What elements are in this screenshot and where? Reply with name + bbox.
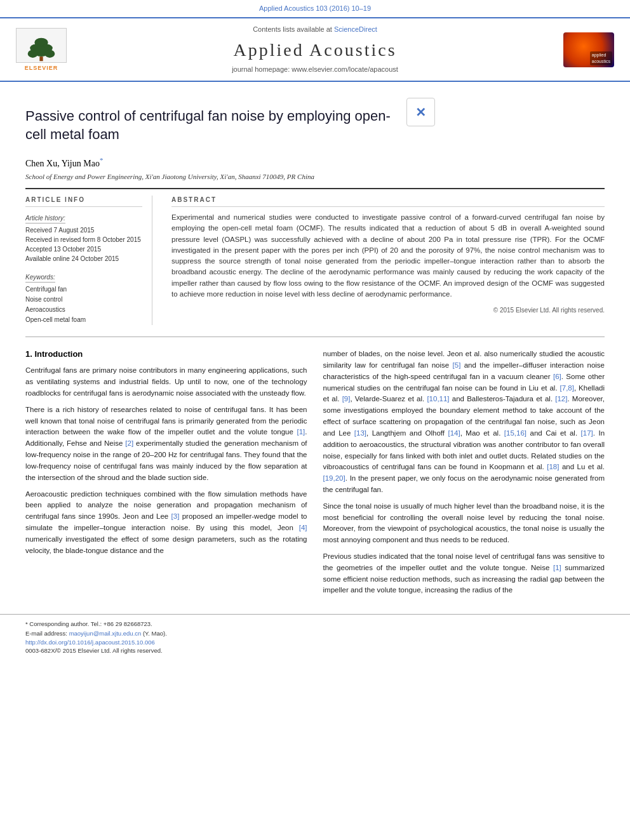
- email-suffix: (Y. Mao).: [143, 630, 167, 637]
- issn-line: 0003-682X/© 2015 Elsevier Ltd. All right…: [25, 646, 167, 655]
- abstract-col: ABSTRACT Experimental and numerical stud…: [171, 196, 605, 325]
- journal-title: Applied Acoustics: [76, 37, 554, 62]
- article-info-abstract-section: ARTICLE INFO Article history: Received 7…: [25, 188, 605, 325]
- body-para-1: Centrifugal fans are primary noise contr…: [25, 365, 307, 399]
- corresponding-author-note: * Corresponding author. Tel.: +86 29 826…: [25, 620, 167, 629]
- ref-14[interactable]: [14]: [448, 429, 460, 437]
- keyword-3: Aeroacoustics: [25, 305, 142, 315]
- body-para-2: There is a rich history of researches re…: [25, 404, 307, 484]
- ref-15-16[interactable]: [15,16]: [504, 429, 526, 437]
- body-col-right: number of blades, on the noise level. Je…: [323, 349, 605, 601]
- keyword-2: Noise control: [25, 295, 142, 305]
- journal-bar: Applied Acoustics 103 (2016) 10–19: [0, 0, 630, 17]
- section1-title: 1. Introduction: [25, 349, 307, 360]
- ref-13[interactable]: [13]: [354, 429, 366, 437]
- abstract-heading: ABSTRACT: [171, 196, 605, 207]
- body-para-right-2: Since the tonal noise is usually of much…: [323, 501, 605, 546]
- available-date: Available online 24 October 2015: [25, 254, 142, 263]
- ref-5[interactable]: [5]: [453, 361, 461, 369]
- body-content: 1. Introduction Centrifugal fans are pri…: [25, 349, 605, 601]
- copyright-line: © 2015 Elsevier Ltd. All rights reserved…: [171, 306, 605, 315]
- doi-link[interactable]: http://dx.doi.org/10.1016/j.apacoust.201…: [25, 638, 167, 646]
- contents-text: Contents lists available at: [253, 25, 332, 33]
- svg-point-4: [28, 50, 38, 57]
- crossmark-icon: ✕: [415, 103, 426, 121]
- journal-citation: Applied Acoustics 103 (2016) 10–19: [259, 4, 371, 12]
- elsevier-logo-area: ELSEVIER: [13, 28, 70, 72]
- author-sup: *: [100, 156, 104, 164]
- received-revised-date: Received in revised form 8 October 2015: [25, 235, 142, 244]
- article-history-block: Article history: Received 7 August 2015 …: [25, 212, 142, 263]
- ref-6[interactable]: [6]: [553, 373, 561, 380]
- elsevier-tree-icon: [22, 37, 60, 62]
- ref-3[interactable]: [3]: [171, 512, 180, 520]
- keywords-label: Keywords:: [25, 273, 55, 283]
- contents-line: Contents lists available at ScienceDirec…: [76, 25, 554, 34]
- body-para-right-1: number of blades, on the noise level. Je…: [323, 349, 605, 496]
- ref-1-2[interactable]: [1]: [553, 564, 561, 571]
- ref-18[interactable]: [18]: [547, 463, 559, 470]
- article-title: Passive control of centrifugal fan noise…: [25, 95, 394, 151]
- section-divider: [25, 337, 605, 337]
- journal-header-center: Contents lists available at ScienceDirec…: [76, 25, 554, 74]
- body-para-right-3: Previous studies indicated that the tona…: [323, 551, 605, 596]
- keywords-block: Keywords: Centrifugal fan Noise control …: [25, 271, 142, 325]
- accepted-date: Accepted 13 October 2015: [25, 244, 142, 254]
- body-para-3: Aeroacoustic prediction techniques combi…: [25, 489, 307, 557]
- abstract-text: Experimental and numerical studies were …: [171, 212, 605, 300]
- svg-point-5: [44, 50, 55, 57]
- received-date: Received 7 August 2015: [25, 225, 142, 235]
- email-label: E-mail address:: [25, 630, 67, 637]
- ref-12[interactable]: [12]: [555, 395, 567, 403]
- keyword-1: Centrifugal fan: [25, 284, 142, 295]
- ref-4[interactable]: [4]: [299, 524, 307, 531]
- corresponding-note: * Corresponding author. Tel.: +86 29 826…: [25, 620, 152, 627]
- ref-17[interactable]: [17]: [581, 429, 593, 437]
- svg-rect-6: [39, 57, 43, 61]
- email-line: E-mail address: maoyijun@mail.xjtu.edu.c…: [25, 629, 167, 638]
- journal-logo-right: appliedacoustics: [563, 32, 614, 67]
- ref-10-11[interactable]: [10,11]: [427, 395, 449, 403]
- journal-homepage: journal homepage: www.elsevier.com/locat…: [76, 65, 554, 74]
- elsevier-logo: [16, 28, 67, 63]
- science-direct-link[interactable]: ScienceDirect: [334, 25, 377, 33]
- footer: * Corresponding author. Tel.: +86 29 826…: [0, 614, 630, 662]
- article-history-label: Article history:: [25, 214, 65, 223]
- elsevier-label: ELSEVIER: [25, 64, 58, 72]
- email-address[interactable]: maoyijun@mail.xjtu.edu.cn: [69, 630, 142, 637]
- ref-1[interactable]: [1]: [297, 428, 305, 436]
- crossmark-badge[interactable]: ✕: [406, 98, 435, 126]
- article-info-heading: ARTICLE INFO: [25, 196, 142, 207]
- authors-line: Chen Xu, Yijun Mao*: [25, 156, 605, 170]
- authors-names: Chen Xu, Yijun Mao: [25, 158, 100, 168]
- body-col-left: 1. Introduction Centrifugal fans are pri…: [25, 349, 307, 601]
- affiliation: School of Energy and Power Engineering, …: [25, 172, 605, 182]
- ref-7-8[interactable]: [7,8]: [560, 384, 574, 392]
- ref-9[interactable]: [9]: [342, 395, 351, 403]
- journal-logo-right-area: appliedacoustics: [560, 32, 617, 67]
- title-row: Passive control of centrifugal fan noise…: [25, 95, 605, 151]
- ref-19-20[interactable]: [19,20]: [323, 474, 345, 482]
- footer-left: * Corresponding author. Tel.: +86 29 826…: [25, 620, 167, 655]
- journal-header: ELSEVIER Contents lists available at Sci…: [0, 17, 630, 82]
- article-info-col: ARTICLE INFO Article history: Received 7…: [25, 196, 152, 325]
- keyword-4: Open-cell metal foam: [25, 315, 142, 325]
- ref-2[interactable]: [2]: [125, 439, 133, 447]
- journal-logo-label: appliedacoustics: [590, 51, 612, 65]
- main-content: Passive control of centrifugal fan noise…: [0, 82, 630, 614]
